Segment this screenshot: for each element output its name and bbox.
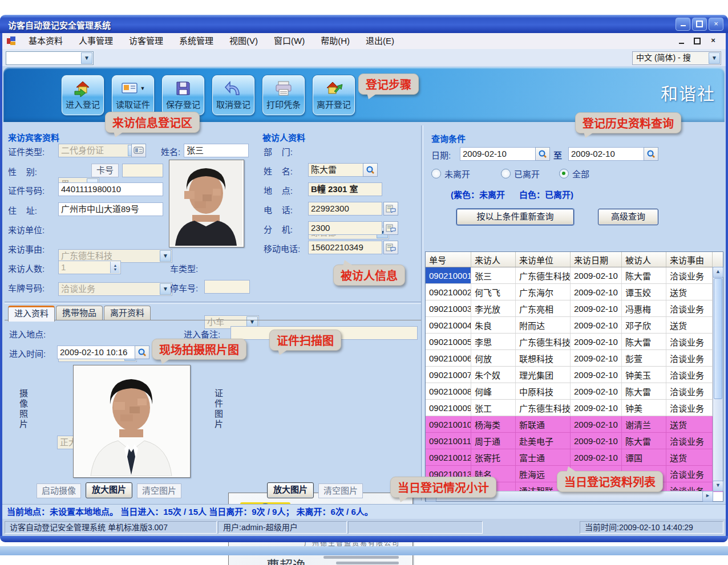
card-reader-button[interactable] bbox=[131, 144, 146, 157]
visitor-count-stepper[interactable]: 1 ▲▼ bbox=[58, 261, 121, 274]
table-row[interactable]: 090210003李光放广东亮相2009-02-10冯惠梅洽谈业务 bbox=[426, 300, 723, 317]
menu-item[interactable]: 访客管理 bbox=[121, 33, 171, 49]
start-camera-button[interactable]: 启动摄像 bbox=[37, 483, 81, 498]
column-header[interactable]: 来访事由 bbox=[666, 252, 713, 267]
parking-number-input[interactable] bbox=[204, 280, 250, 294]
scroll-up-icon[interactable]: ▲ bbox=[713, 267, 723, 278]
column-header[interactable]: 被访人 bbox=[622, 252, 666, 267]
requery-button[interactable]: 按以上条件重新查询 bbox=[456, 209, 574, 225]
dial-extension-button[interactable] bbox=[383, 221, 398, 235]
radio-selected-icon[interactable] bbox=[559, 169, 569, 178]
visit-reason-select[interactable]: 洽谈业务▼ bbox=[58, 282, 172, 296]
column-header[interactable]: 单号 bbox=[426, 252, 471, 267]
location-input[interactable]: B幢 2301 室 bbox=[308, 182, 382, 196]
date-from-input[interactable]: 2009-02-10 bbox=[460, 147, 539, 161]
mdi-minimize-button[interactable] bbox=[676, 36, 687, 46]
table-row[interactable]: 090210007朱个奴理光集团2009-02-10钟美玉洽谈业务 bbox=[426, 367, 723, 383]
toolbar-button-label: 取消登记 bbox=[216, 99, 250, 111]
toolbar-print-button[interactable]: 打印凭条 bbox=[262, 75, 305, 115]
table-row[interactable]: 090210010杨海类新联通2009-02-10谢清兰送货 bbox=[426, 416, 723, 433]
entry-time-picker-button[interactable] bbox=[135, 345, 149, 359]
radio-icon[interactable] bbox=[501, 169, 511, 178]
lookup-visited-button[interactable] bbox=[363, 163, 378, 177]
card-number-input[interactable] bbox=[122, 164, 163, 177]
column-header[interactable]: 来访人 bbox=[471, 252, 516, 267]
close-button[interactable]: × bbox=[709, 18, 723, 31]
date-to-picker-button[interactable] bbox=[644, 147, 658, 161]
mdi-close-button[interactable]: × bbox=[707, 36, 719, 46]
column-header[interactable]: 来访单位 bbox=[516, 252, 571, 267]
extension-input[interactable]: 2300 bbox=[308, 221, 382, 235]
column-header[interactable]: 来访日期 bbox=[571, 252, 622, 267]
tab-leave-info[interactable]: 离开资料 bbox=[104, 306, 151, 320]
chevron-down-icon[interactable]: ▼ bbox=[160, 250, 171, 262]
mdi-restore-button[interactable] bbox=[691, 36, 703, 46]
table-row[interactable]: 090210002何飞飞广东海尔2009-02-10谭玉姣送货 bbox=[426, 284, 723, 300]
scroll-right-icon[interactable]: ► bbox=[702, 491, 713, 502]
table-cell: 090210005 bbox=[426, 334, 471, 349]
zoom-card-button[interactable]: 放大图片 bbox=[267, 482, 314, 498]
table-row[interactable]: 090210011周于通赴美电子2009-02-10陈大雷洽谈业务 bbox=[426, 433, 723, 449]
minimize-button[interactable] bbox=[676, 18, 690, 31]
spinner-arrows-icon[interactable]: ▲▼ bbox=[110, 262, 120, 273]
clear-photo-button[interactable]: 清空图片 bbox=[137, 483, 181, 498]
chevron-down-icon[interactable]: ▼ bbox=[709, 52, 720, 64]
scrollbar-thumb[interactable] bbox=[714, 278, 722, 399]
table-row[interactable]: 090210008何峰中原科技2009-02-10陈大雷洽谈业务 bbox=[426, 383, 723, 400]
table-cell: 冯惠梅 bbox=[622, 300, 666, 316]
table-row[interactable]: 090210004朱良附而达2009-02-10邓子欣送货 bbox=[426, 317, 723, 334]
dial-mobile-button[interactable] bbox=[383, 241, 398, 254]
restore-button[interactable] bbox=[692, 18, 707, 31]
table-row[interactable]: 090210001张三广东德生科技2009-02-10陈大雷洽谈业务 bbox=[426, 267, 723, 284]
gender-label: 性 别: bbox=[8, 165, 37, 177]
cert-number-input[interactable]: 4401111980010 bbox=[58, 182, 163, 196]
advanced-query-button[interactable]: 高级查询 bbox=[598, 209, 658, 225]
address-input[interactable]: 广州市中山大道89号 bbox=[58, 202, 163, 216]
radio-not-left[interactable]: 未离开 bbox=[431, 168, 470, 180]
radio-all[interactable]: 全部 bbox=[559, 168, 589, 180]
vertical-scrollbar[interactable]: ▲ ▼ bbox=[713, 267, 723, 491]
date-to-input[interactable]: 2009-02-10 bbox=[568, 147, 647, 161]
tab-entry-info[interactable]: 进入资料 bbox=[8, 306, 55, 322]
phone-input[interactable]: 22992300 bbox=[308, 202, 382, 216]
table-row[interactable]: 090210005李思广东德生科技2009-02-10陈大雷洽谈业务 bbox=[426, 334, 723, 350]
menu-item[interactable]: 视图(V) bbox=[221, 33, 266, 49]
card-number-button[interactable]: 卡号 bbox=[91, 164, 119, 177]
table-cell: 钟美 bbox=[622, 400, 666, 416]
toolbar-enter-home-button[interactable]: 进入登记 bbox=[62, 75, 104, 115]
toolbar-leave-home-button[interactable]: 离开登记 bbox=[313, 75, 355, 115]
entry-time-input[interactable]: 2009-02-10 10:16 bbox=[57, 345, 138, 359]
menu-item[interactable]: 帮助(H) bbox=[313, 33, 358, 49]
visited-name-input[interactable]: 陈大雷 bbox=[308, 163, 365, 177]
menu-item[interactable]: 基本资料 bbox=[21, 33, 71, 49]
menu-item[interactable]: 窗口(W) bbox=[266, 33, 313, 49]
toolbar-read-card-button[interactable]: ▼读取证件 bbox=[112, 75, 154, 115]
date-from-picker-button[interactable] bbox=[535, 147, 550, 161]
chevron-down-icon[interactable]: ▼ bbox=[160, 283, 171, 295]
chevron-down-icon[interactable]: ▼ bbox=[140, 86, 145, 91]
menu-item[interactable]: 退出(E) bbox=[358, 33, 402, 49]
search-icon bbox=[646, 149, 656, 158]
clear-card-button[interactable]: 清空图片 bbox=[318, 483, 363, 498]
quick-combobox[interactable]: ▼ bbox=[6, 51, 94, 65]
toolbar-save-button[interactable]: 保存登记 bbox=[162, 75, 204, 115]
language-bar[interactable]: 中文 (简体) - 搜 ▼ bbox=[632, 51, 721, 65]
visitor-name-input[interactable]: 张三 bbox=[184, 144, 249, 157]
mobile-input[interactable]: 15602210349 bbox=[308, 241, 382, 254]
menu-item[interactable]: 系统管理 bbox=[171, 33, 221, 49]
table-row[interactable]: 090210006何放联想科技2009-02-10彭萱洽谈业务 bbox=[426, 350, 723, 367]
radio-icon[interactable] bbox=[431, 169, 441, 178]
zoom-photo-button[interactable]: 放大图片 bbox=[86, 482, 132, 498]
app-icon bbox=[7, 36, 16, 46]
cert-type-select[interactable]: 二代身份证▼ bbox=[58, 144, 140, 157]
radio-left[interactable]: 已离开 bbox=[501, 168, 540, 180]
scroll-down-icon[interactable]: ▼ bbox=[713, 481, 723, 491]
table-cell: 钟美玉 bbox=[622, 367, 666, 383]
tab-carried-items[interactable]: 携带物品 bbox=[56, 306, 103, 320]
chevron-down-icon[interactable]: ▼ bbox=[81, 52, 92, 64]
dial-phone-button[interactable] bbox=[383, 202, 398, 216]
menu-item[interactable]: 人事管理 bbox=[71, 33, 121, 49]
phone-label: 电 话: bbox=[264, 204, 293, 216]
toolbar-undo-button[interactable]: 取消登记 bbox=[212, 75, 254, 115]
table-row[interactable]: 090210009张工广东德生科技2009-02-10钟美洽谈业务 bbox=[426, 400, 723, 416]
